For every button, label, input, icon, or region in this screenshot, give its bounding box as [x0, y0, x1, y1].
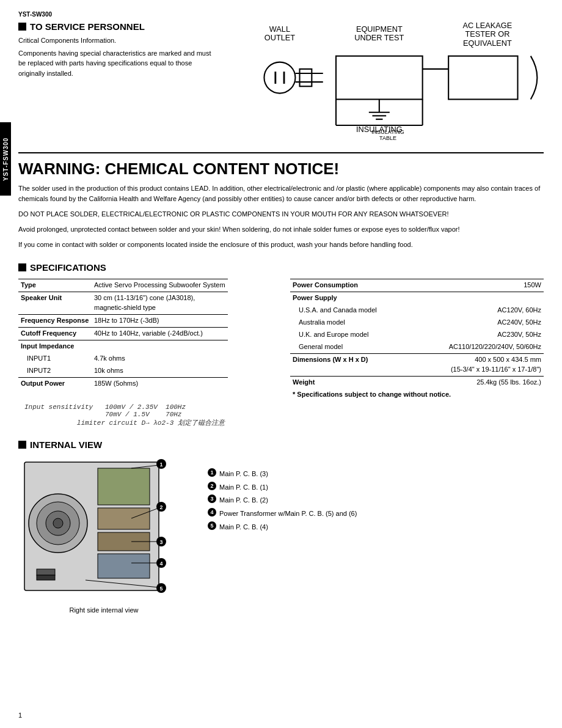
spec-value: 40Hz to 140Hz, variable (-24dB/oct.) — [92, 328, 228, 340]
table-row: U.K. and Europe model AC230V, 50Hz — [290, 329, 544, 341]
table-row: Frequency Response 18Hz to 170Hz (-3dB) — [18, 315, 228, 328]
spec-label: General model — [290, 341, 411, 353]
spec-value: Active Servo Processing Subwoofer System — [92, 279, 228, 292]
spec-value: 400 x 500 x 434.5 mm (15-3/4" x 19-11/16… — [411, 354, 544, 377]
table-row: Power Supply — [290, 292, 544, 304]
service-para1: Critical Components Information. — [18, 35, 214, 46]
legend-label-2: Main P. C. B. (1) — [219, 482, 268, 494]
legend-label-4: Power Transformer w/Main P. C. B. (5) an… — [219, 508, 357, 520]
spec-value: AC240V, 50Hz — [411, 317, 544, 329]
table-row: * Specifications subject to change witho… — [290, 389, 544, 401]
legend-bullet-4: 4 — [208, 508, 216, 517]
warning-para4: If you come in contact with solder or co… — [18, 240, 544, 250]
service-title: TO SERVICE PERSONNEL — [18, 21, 214, 32]
legend-item-2: 2 Main P. C. B. (1) — [208, 482, 357, 494]
internal-title-text: INTERNAL VIEW — [30, 439, 102, 450]
svg-text:EQUIVALENT: EQUIVALENT — [463, 39, 512, 48]
legend-item-1: 1 Main P. C. B. (3) — [208, 468, 357, 480]
svg-text:AC LEAKAGE: AC LEAKAGE — [463, 21, 513, 30]
legend-bullet-1: 1 — [208, 468, 216, 477]
spec-value: 18Hz to 170Hz (-3dB) — [92, 315, 228, 328]
spec-label: Power Supply — [290, 292, 544, 304]
spec-value: 25.4kg (55 lbs. 16oz.) — [411, 376, 544, 388]
svg-point-7 — [264, 62, 295, 94]
table-row: Dimensions (W x H x D) 400 x 500 x 434.5… — [290, 354, 544, 377]
spec-value: 4.7k ohms — [92, 353, 228, 365]
legend-bullet-5: 5 — [208, 521, 216, 530]
legend-label-3: Main P. C. B. (2) — [219, 495, 268, 507]
warning-para3: Avoid prolonged, unprotected contact bet… — [18, 224, 544, 235]
spec-value — [92, 340, 228, 353]
legend-label-5: Main P. C. B. (4) — [219, 521, 268, 534]
svg-text:EQUIPMENT: EQUIPMENT — [356, 24, 403, 34]
table-row: U.S.A. and Canada model AC120V, 60Hz — [290, 304, 544, 317]
specs-grid: Type Active Servo Processing Subwoofer S… — [18, 279, 544, 400]
handwritten-line2: 70mV / 1.5V 70Hz — [24, 411, 544, 418]
spec-label: Cutoff Frequency — [18, 328, 92, 340]
internal-legend: 1 Main P. C. B. (3) 2 Main P. C. B. (1) … — [208, 456, 357, 535]
legend-bullet-3: 3 — [208, 495, 216, 503]
svg-rect-30 — [37, 575, 55, 580]
specs-left-table: Type Active Servo Processing Subwoofer S… — [18, 279, 228, 389]
spec-value: AC110/120/220/240V, 50/60Hz — [411, 341, 544, 353]
specs-right: Power Consumption 150W Power Supply U.S.… — [290, 279, 544, 400]
spec-label: INPUT1 — [18, 353, 92, 365]
handwritten-line1: Input sensitivity 100mV / 2.35V 100Hz — [24, 403, 544, 411]
handwritten-notes: Input sensitivity 100mV / 2.35V 100Hz 70… — [24, 403, 544, 427]
spec-note: * Specifications subject to change witho… — [290, 389, 544, 401]
legend-bullet-2: 2 — [208, 482, 216, 490]
table-row: Power Consumption 150W — [290, 279, 544, 292]
warning-title: WARNING: CHEMICAL CONTENT NOTICE! — [18, 160, 544, 178]
internal-diagram: 1 2 3 4 5 Right side internal view — [18, 456, 189, 614]
svg-text:TESTER OR: TESTER OR — [465, 29, 509, 39]
service-title-text: TO SERVICE PERSONNEL — [30, 21, 145, 32]
legend-item-4: 4 Power Transformer w/Main P. C. B. (5) … — [208, 508, 357, 520]
spec-value: 30 cm (11-13/16") cone (JA3018),magnetic… — [92, 292, 228, 315]
spec-label: Frequency Response — [18, 315, 92, 328]
spec-value: 150W — [411, 279, 544, 292]
table-row: Type Active Servo Processing Subwoofer S… — [18, 279, 228, 292]
table-row: Output Power 185W (5ohms) — [18, 377, 228, 389]
internal-title: INTERNAL VIEW — [18, 439, 544, 450]
ac-leakage-diagram: WALL OUTLET EQUIPMENT UNDER TEST AC LEAK… — [232, 21, 544, 134]
spec-label: Input Impedance — [18, 340, 92, 353]
svg-text:1: 1 — [159, 461, 162, 468]
internal-section: INTERNAL VIEW — [18, 439, 544, 614]
specs-title-text: SPECIFICATIONS — [30, 262, 106, 273]
internal-title-block-icon — [18, 441, 26, 449]
table-row: Speaker Unit 30 cm (11-13/16") cone (JA3… — [18, 292, 228, 315]
table-row: INPUT2 10k ohms — [18, 365, 228, 377]
page-number: 1 — [18, 711, 22, 719]
warning-section: WARNING: CHEMICAL CONTENT NOTICE! The so… — [18, 152, 544, 250]
spec-value: 10k ohms — [92, 365, 228, 377]
spec-value: AC120V, 60Hz — [411, 304, 544, 317]
legend-item-3: 3 Main P. C. B. (2) — [208, 495, 357, 507]
side-label: YST-FSW300 — [0, 122, 11, 196]
svg-rect-29 — [37, 569, 55, 575]
warning-para2: DO NOT PLACE SOLDER, ELECTRICAL/ELECTRON… — [18, 209, 544, 219]
table-row: INPUT1 4.7k ohms — [18, 353, 228, 365]
handwritten-line3: limiter circuit D→ λo2-3 划定了磁合注意 — [24, 418, 544, 427]
service-diagram: WALL OUTLET EQUIPMENT UNDER TEST AC LEAK… — [232, 21, 544, 141]
svg-text:UNDER TEST: UNDER TEST — [354, 33, 404, 42]
svg-point-28 — [53, 518, 63, 528]
spec-label: U.S.A. and Canada model — [290, 304, 411, 317]
table-row: Input Impedance — [18, 340, 228, 353]
svg-rect-12 — [300, 69, 312, 86]
svg-rect-15 — [448, 56, 517, 100]
svg-text:WALL: WALL — [269, 24, 290, 34]
spec-label: INPUT2 — [18, 365, 92, 377]
legend-item-5: 5 Main P. C. B. (4) — [208, 521, 357, 534]
svg-text:2: 2 — [159, 504, 162, 510]
svg-rect-32 — [98, 508, 150, 529]
spec-label: Type — [18, 279, 92, 292]
specs-title-block-icon — [18, 263, 26, 271]
table-row: General model AC110/120/220/240V, 50/60H… — [290, 341, 544, 353]
model-label: YST-SW300 — [18, 11, 544, 18]
service-section: TO SERVICE PERSONNEL Critical Components… — [18, 21, 544, 141]
svg-rect-31 — [98, 468, 150, 505]
service-para2: Components having special characteristic… — [18, 48, 214, 79]
specs-title: SPECIFICATIONS — [18, 262, 544, 273]
service-text: TO SERVICE PERSONNEL Critical Components… — [18, 21, 214, 141]
svg-text:4: 4 — [159, 561, 162, 567]
